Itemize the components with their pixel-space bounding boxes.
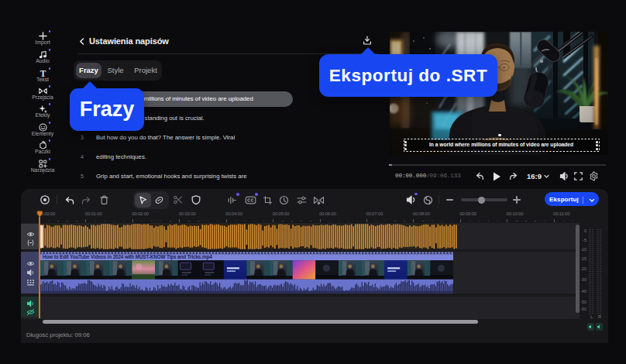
svg-text:T: T — [40, 69, 46, 77]
svg-text:How to Edit YouTube Videos in: How to Edit YouTube Videos in 2024 with … — [43, 254, 212, 260]
